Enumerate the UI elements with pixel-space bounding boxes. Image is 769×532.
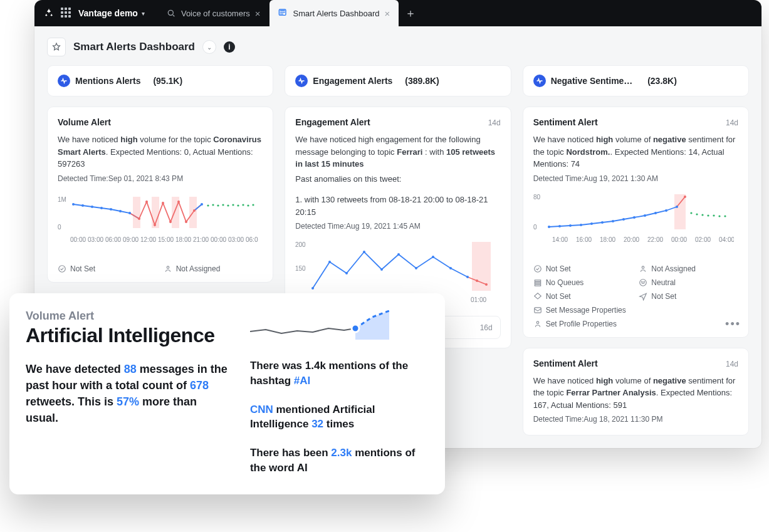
- svg-point-46: [167, 266, 169, 268]
- card-age: 14d: [488, 118, 501, 127]
- close-icon[interactable]: ×: [385, 8, 390, 19]
- svg-text:20:00: 20:00: [624, 236, 639, 243]
- app-logo: [42, 6, 56, 20]
- svg-text:21:00: 21:00: [193, 236, 209, 243]
- svg-point-28: [154, 224, 156, 226]
- svg-point-50: [311, 287, 314, 289]
- alert-card-sentiment-2[interactable]: Sentiment Alert14d We have noticed high …: [523, 348, 749, 436]
- svg-point-11: [222, 204, 224, 206]
- svg-point-85: [676, 206, 678, 208]
- workspace-chevron-icon[interactable]: ▾: [142, 10, 145, 17]
- add-tab-button[interactable]: ＋: [401, 4, 420, 23]
- close-icon[interactable]: ×: [255, 8, 261, 19]
- svg-point-81: [633, 216, 636, 219]
- alert-popup: Volume Alert Artificial Intelligence We …: [9, 293, 445, 494]
- tab-label: Smart Alerts Dashboard: [293, 9, 380, 18]
- tab-smart-alerts-dashboard[interactable]: Smart Alerts Dashboard ×: [269, 0, 399, 26]
- svg-point-31: [177, 201, 180, 203]
- column-count: (389.8K): [405, 76, 439, 86]
- card-title: Volume Alert: [58, 117, 111, 127]
- svg-text:80: 80: [533, 194, 541, 201]
- svg-point-9: [212, 204, 214, 206]
- detected-time: Detected Time:Sep 01, 2021 8:43 PM: [58, 174, 263, 183]
- popup-insight-3: There has been 2.3k mentions of the word…: [250, 446, 429, 476]
- svg-point-26: [138, 217, 140, 220]
- pulse-icon: [58, 75, 70, 87]
- column-count: (23.8K): [647, 76, 677, 86]
- svg-text:00:00: 00:00: [211, 236, 226, 243]
- meta-send[interactable]: Not Set: [639, 292, 738, 301]
- meta-status[interactable]: Not Set: [58, 264, 157, 273]
- column-count: (95.1K): [153, 76, 182, 86]
- page-title: Smart Alerts Dashboard: [73, 41, 195, 53]
- meta-sentiment[interactable]: Neutral: [639, 278, 738, 287]
- svg-point-79: [612, 220, 614, 222]
- info-icon[interactable]: i: [224, 41, 235, 53]
- svg-point-32: [185, 221, 187, 223]
- meta-assignee[interactable]: Not Assigned: [639, 264, 738, 273]
- svg-point-24: [128, 212, 131, 214]
- svg-point-17: [252, 204, 254, 206]
- svg-point-0: [168, 10, 173, 15]
- svg-rect-99: [535, 284, 540, 285]
- alert-card-volume[interactable]: Volume Alert We have noticed high volume…: [47, 107, 273, 283]
- sentiment-chart: 800 14:0016:0018:0020:0022:0000:0002:000…: [533, 190, 738, 256]
- svg-point-20: [91, 206, 93, 208]
- svg-rect-49: [472, 242, 491, 291]
- meta-tag[interactable]: Not Set: [533, 292, 633, 301]
- svg-text:00:00: 00:00: [671, 236, 687, 243]
- svg-rect-4: [133, 197, 140, 228]
- svg-text:12:00: 12:00: [140, 236, 156, 243]
- svg-text:0: 0: [58, 224, 61, 231]
- column-header[interactable]: Engagement Alerts (389.8K): [285, 65, 511, 96]
- svg-point-27: [145, 201, 148, 203]
- meta-queue[interactable]: No Queues: [533, 278, 633, 287]
- svg-text:09:00: 09:00: [123, 236, 139, 243]
- svg-point-22: [110, 208, 112, 211]
- svg-text:03:00: 03:00: [228, 236, 244, 243]
- card-body: We have noticed high engagement for the …: [295, 133, 500, 218]
- meta-prof-props[interactable]: Set Profile Properties: [533, 320, 738, 328]
- meta-status[interactable]: Not Set: [533, 264, 633, 273]
- svg-point-77: [590, 222, 593, 225]
- alert-card-sentiment-1[interactable]: Sentiment Alert14d We have noticed high …: [523, 107, 749, 338]
- card-age: 14d: [726, 360, 738, 368]
- column-negative-sentiment: Negative Sentime… (23.8K) Sentiment Aler…: [523, 65, 749, 436]
- svg-point-82: [644, 214, 646, 217]
- svg-text:200: 200: [295, 241, 306, 248]
- svg-point-16: [247, 204, 249, 206]
- mentions-chart: 1M0 00:0003:0006:0009:0012:0015:0018:002…: [58, 190, 263, 256]
- svg-point-86: [684, 196, 686, 198]
- svg-text:16:00: 16:00: [576, 236, 592, 243]
- svg-point-105: [352, 325, 359, 332]
- svg-text:150: 150: [295, 265, 306, 272]
- card-title: Sentiment Alert: [533, 117, 598, 127]
- svg-text:18:00: 18:00: [175, 236, 191, 243]
- meta-assignee[interactable]: Not Assigned: [164, 264, 263, 273]
- workspace-name[interactable]: Vantage demo: [78, 8, 138, 18]
- favorite-button[interactable]: [47, 38, 66, 56]
- popup-summary: We have detected 88 messages in the past…: [26, 361, 231, 426]
- svg-point-18: [72, 203, 75, 206]
- window-tabbar: Vantage demo ▾ Voice of customers × Smar…: [34, 0, 761, 26]
- meta-msg-props[interactable]: Set Message Properties: [533, 306, 738, 315]
- card-age: 14d: [726, 118, 738, 127]
- svg-point-15: [242, 204, 244, 206]
- svg-point-95: [534, 265, 541, 272]
- pulse-icon: [533, 75, 546, 87]
- column-header[interactable]: Negative Sentime… (23.8K): [523, 65, 749, 96]
- svg-point-21: [100, 207, 103, 209]
- page-title-dropdown[interactable]: ⌄: [202, 40, 216, 54]
- card-body: We have noticed high volume of negative …: [533, 133, 738, 170]
- svg-point-80: [622, 218, 625, 221]
- detected-time: Detected Time:Aug 19, 2021 1:45 AM: [295, 222, 500, 231]
- svg-point-52: [345, 272, 348, 274]
- svg-point-10: [217, 204, 219, 206]
- apps-grid-icon[interactable]: [61, 8, 72, 19]
- card-menu-icon[interactable]: •••: [725, 318, 741, 331]
- column-header[interactable]: Mentions Alerts (95.1K): [47, 65, 273, 96]
- detected-time: Detected Time:Aug 19, 2021 1:30 AM: [533, 174, 738, 183]
- svg-point-51: [328, 261, 331, 263]
- svg-point-68: [701, 214, 703, 216]
- tab-voice-of-customers[interactable]: Voice of customers ×: [157, 0, 269, 26]
